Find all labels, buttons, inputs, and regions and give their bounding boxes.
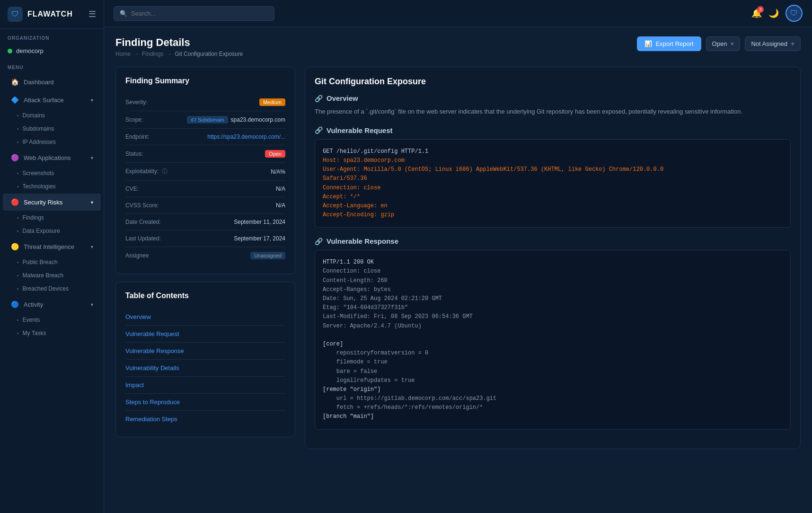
theme-toggle[interactable]: 🌙 [768,8,779,18]
code-line: HTTP/1.1 200 OK [323,258,783,267]
sidebar-item-dashboard[interactable]: 🏠 Dashboard [3,73,101,90]
severity-label: Severity: [125,99,148,106]
sidebar-item-technologies[interactable]: Technologies [0,180,104,193]
toc-card: Table of Contents Overview Vulnerable Re… [115,282,295,437]
avatar[interactable]: 🛡 [786,5,803,22]
subdomain-badge-label: Subdomain [198,117,224,123]
events-label: Events [23,317,40,323]
ip-addresses-label: IP Addresses [23,139,56,145]
malware-breach-label: Malware Breach [23,272,64,279]
search-box[interactable]: 🔍 [114,6,274,21]
status-row: Status: Open [125,145,285,163]
cve-value: N/A [276,186,285,192]
sidebar-item-screenshots[interactable]: Screenshots [0,167,104,180]
screenshots-label: Screenshots [23,170,54,177]
code-line: repositoryformatversion = 0 [323,349,783,358]
breadcrumb-current: Git Configuration Exposure [175,51,243,57]
cvss-label: CVSS Score: [125,202,159,209]
cve-row: CVE: N/A [125,181,285,197]
vuln-request-heading: 🔗 Vulnerable Request [315,126,791,134]
subdomains-label: Subdomains [23,125,54,132]
web-app-subitems: Screenshots Technologies [0,167,104,193]
severity-row: Severity: Medium [125,94,285,111]
sidebar-item-subdomains[interactable]: Subdomains [0,122,104,135]
overview-text: The presence of a `.git/config` file on … [315,107,791,117]
sidebar-item-attack-surface[interactable]: 🔷 Attack Surface ▾ [3,91,101,108]
toc-item-vulnerable-request[interactable]: Vulnerable Request [125,326,285,343]
last-updated-label: Last Updated: [125,235,161,242]
code-line: Safari/537.36 [323,174,783,183]
notifications-button[interactable]: 🔔 3 [751,8,762,18]
vuln-request-heading-text: Vulnerable Request [327,126,392,134]
export-report-button[interactable]: 📊 Export Report [637,36,701,51]
code-line: Date: Sun, 25 Aug 2024 02:21:20 GMT [323,294,783,303]
sidebar-item-label: Threat Intelligence [24,243,74,250]
sidebar-item-web-applications[interactable]: 🟣 Web Applications ▾ [3,149,101,166]
toc-item-steps[interactable]: Steps to Reproduce [125,394,285,411]
breadcrumb-sep2: → [166,51,172,57]
severity-badge: Medium [259,98,285,106]
export-icon: 📊 [644,40,652,47]
page-header: Finding Details Home → Findings → Git Co… [115,36,801,57]
sidebar: 🛡 FLAWATCH ☰ ORGANIZATION democorp MENU … [0,0,104,513]
code-line: GET /hello/.git/config HTTP/1.1 [323,147,783,156]
sidebar-item-security-risks[interactable]: 🔴 Security Risks ▾ [3,194,101,211]
public-breach-label: Public Breach [23,259,58,265]
sidebar-item-threat-intelligence[interactable]: 🟡 Threat Intelligence ▾ [3,238,101,255]
chevron-down-icon: ▾ [791,40,794,47]
toc-item-remediation[interactable]: Remediation Steps [125,411,285,427]
breadcrumb-findings[interactable]: Findings [142,51,163,57]
info-icon: ⓘ [162,168,168,175]
topbar-right: 🔔 3 🌙 🛡 [751,5,803,22]
detail-card: Git Configuration Exposure 🔗 Overview Th… [305,67,801,449]
code-line: [core] [323,340,783,349]
code-line: Etag: "104-604d37327f31b" [323,303,783,312]
domains-label: Domains [23,112,45,119]
sidebar-item-malware-breach[interactable]: Malware Breach [0,269,104,282]
sidebar-item-ip-addresses[interactable]: IP Addresses [0,135,104,149]
assignee-badge: Unassigned [250,252,285,259]
sidebar-item-data-exposure[interactable]: Data Exposure [0,224,104,238]
menu-toggle[interactable]: ☰ [88,9,96,19]
date-created-row: Date Created: September 11, 2024 [125,214,285,230]
vulnerable-request-code: GET /hello/.git/config HTTP/1.1 Host: sp… [315,139,791,228]
vulnerable-response-code: HTTP/1.1 200 OK Connection: close Conten… [315,250,791,429]
sidebar-item-domains[interactable]: Domains [0,109,104,122]
cvss-value: N/A [276,202,285,209]
attack-surface-icon: 🔷 [10,96,19,104]
code-line: User-Agent: Mozilla/5.0 (CentOS; Linux i… [323,165,783,174]
finding-summary-card: Finding Summary Severity: Medium Scope: … [115,67,295,274]
org-item[interactable]: democorp [0,44,104,58]
endpoint-link[interactable]: https://spa23.democorp.com/... [207,133,285,140]
toc-item-vulnerability-details[interactable]: Vulnerability Details [125,360,285,377]
status-dropdown[interactable]: Open ▾ [706,36,741,51]
scope-row: Scope: 🏷 Subdomain spa23.democorp.com [125,111,285,129]
code-line: Content-Length: 260 [323,276,783,285]
sidebar-item-public-breach[interactable]: Public Breach [0,256,104,269]
breadcrumb-sep: → [133,51,139,57]
assignee-row: Assignee Unassigned [125,247,285,264]
toc-title: Table of Contents [125,292,285,300]
code-line [323,331,783,340]
cvss-row: CVSS Score: N/A [125,197,285,214]
breadcrumb-home[interactable]: Home [115,51,131,57]
endpoint-row: Endpoint: https://spa23.democorp.com/... [125,129,285,145]
search-input[interactable] [131,10,268,17]
activity-subitems: Events My Tasks [0,313,104,340]
sidebar-item-events[interactable]: Events [0,313,104,327]
toc-item-overview[interactable]: Overview [125,309,285,326]
assignee-dropdown[interactable]: Not Assigned ▾ [745,36,801,51]
code-line: url = https://gitlab.democorp.com/acc/sp… [323,394,783,403]
sidebar-item-activity[interactable]: 🔵 Activity ▾ [3,296,101,313]
sidebar-item-breached-devices[interactable]: Breached Devices [0,282,104,295]
sidebar-item-my-tasks[interactable]: My Tasks [0,327,104,340]
threat-intel-subitems: Public Breach Malware Breach Breached De… [0,256,104,295]
cve-label: CVE: [125,186,139,192]
toc-item-impact[interactable]: Impact [125,377,285,394]
date-created-label: Date Created: [125,219,161,225]
sidebar-item-findings[interactable]: Findings [0,211,104,224]
code-line: Last-Modified: Fri, 08 Sep 2023 06:54:36… [323,312,783,321]
org-label: ORGANIZATION [0,29,104,44]
toc-item-vulnerable-response[interactable]: Vulnerable Response [125,343,285,360]
attack-surface-subitems: Domains Subdomains IP Addresses [0,109,104,149]
